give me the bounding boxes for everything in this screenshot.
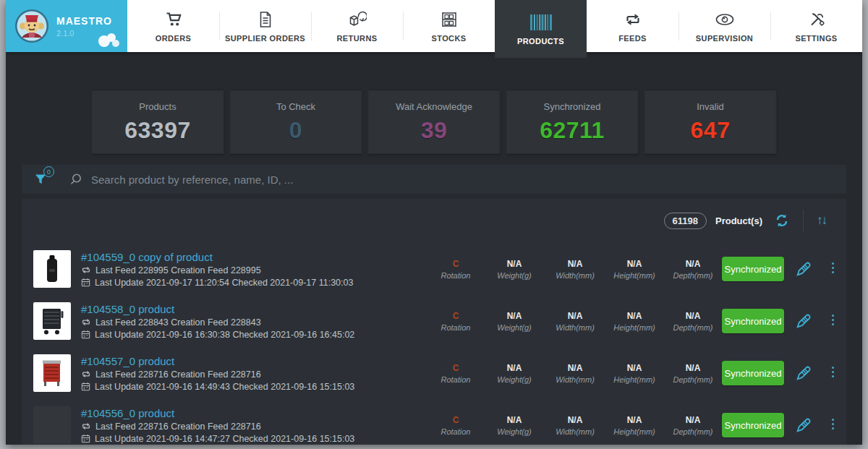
- list-header: 61198 Product(s) ↑↓: [664, 208, 836, 234]
- product-title-link[interactable]: #104559_0 copy of product: [81, 251, 353, 263]
- metric-rotation: C Rotation: [427, 363, 485, 384]
- stat-label: Synchronized: [544, 101, 601, 112]
- product-row: #104559_0 copy of product Last Feed 2289…: [22, 243, 846, 295]
- feed-text: Last Feed 228995 Creation Feed 228995: [95, 265, 261, 275]
- metric-label: Weight(g): [485, 427, 543, 436]
- feed-text: Last Feed 228716 Creation Feed 228716: [95, 369, 261, 380]
- stat-card-wait-acknowledge[interactable]: Wait Acknowledge 39: [368, 90, 501, 154]
- metric-label: Height(mm): [605, 323, 663, 332]
- tab-orders[interactable]: ORDERS: [127, 0, 219, 52]
- metric-label: Rotation: [427, 375, 485, 384]
- feed-repeat-icon: [81, 265, 91, 275]
- metric-value: N/A: [605, 259, 663, 269]
- stat-card-to-check[interactable]: To Check 0: [230, 90, 362, 154]
- tab-feeds[interactable]: FEEDS: [587, 0, 678, 52]
- feed-repeat-icon: [81, 317, 91, 327]
- update-line: Last Update 2021-09-16 14:47:27 Checked …: [81, 434, 354, 444]
- return-box-icon: [348, 10, 367, 29]
- metric-depth: N/A Depth(mm): [664, 415, 722, 436]
- toolbar: 0: [22, 165, 846, 194]
- search-input[interactable]: [91, 174, 836, 186]
- edit-pencil-icon[interactable]: [794, 364, 812, 382]
- feed-repeat-icon: [81, 369, 91, 379]
- feed-repeat-icon: [81, 422, 91, 431]
- status-button[interactable]: Synchronized: [722, 361, 784, 385]
- edit-pencil-icon[interactable]: [794, 312, 812, 330]
- metric-width: N/A Width(mm): [546, 363, 604, 384]
- product-info: #104558_0 product Last Feed 228843 Creat…: [81, 303, 354, 340]
- metric-label: Width(mm): [546, 271, 604, 280]
- update-text: Last Update 2021-09-16 14:47:27 Checked …: [95, 434, 354, 444]
- update-text: Last Update 2021-09-16 14:49:43 Checked …: [95, 382, 354, 392]
- tab-stocks[interactable]: STOCKS: [403, 0, 495, 52]
- edit-pencil-icon[interactable]: [794, 260, 812, 278]
- feed-line: Last Feed 228995 Creation Feed 228995: [81, 265, 353, 275]
- metric-rotation: C Rotation: [427, 415, 485, 436]
- metric-width: N/A Width(mm): [546, 415, 604, 436]
- stat-card-invalid[interactable]: Invalid 647: [644, 90, 777, 154]
- tab-label: RETURNS: [337, 34, 378, 43]
- tab-products[interactable]: PRODUCTS: [495, 0, 587, 58]
- stat-card-synchronized[interactable]: Synchronized 62711: [506, 90, 639, 154]
- tab-label: SUPPLIER ORDERS: [225, 34, 305, 43]
- metric-label: Rotation: [427, 427, 485, 436]
- status-button[interactable]: Synchronized: [722, 413, 784, 437]
- metric-weight: N/A Weight(g): [485, 415, 543, 436]
- metric-label: Height(mm): [605, 271, 663, 280]
- metric-depth: N/A Depth(mm): [664, 259, 722, 280]
- product-list: #104559_0 copy of product Last Feed 2289…: [22, 243, 846, 445]
- tab-returns[interactable]: RETURNS: [311, 0, 403, 52]
- document-icon: [258, 10, 273, 29]
- metric-value: N/A: [546, 415, 604, 425]
- metric-label: Depth(mm): [664, 375, 722, 384]
- feed-line: Last Feed 228716 Creation Feed 228716: [81, 422, 354, 432]
- tab-settings[interactable]: SETTINGS: [770, 0, 862, 52]
- metric-label: Weight(g): [485, 271, 543, 280]
- update-text: Last Update 2021-09-17 11:20:54 Checked …: [95, 278, 353, 288]
- metric-value: N/A: [485, 259, 543, 269]
- barcode-icon: [529, 13, 553, 32]
- update-line: Last Update 2021-09-16 16:30:38 Checked …: [81, 330, 354, 340]
- metric-rotation: C Rotation: [427, 259, 485, 280]
- tab-label: FEEDS: [618, 34, 647, 43]
- product-count-label: Product(s): [715, 215, 762, 226]
- refresh-button[interactable]: [774, 213, 790, 228]
- app-frame: MAESTRO 2.1.0 ORDERS: [6, 0, 862, 445]
- edit-pencil-icon[interactable]: [794, 416, 812, 435]
- metric-value: C: [427, 311, 485, 321]
- product-title-link[interactable]: #104556_0 product: [81, 407, 354, 419]
- header-divider: [803, 210, 804, 231]
- status-button[interactable]: Synchronized: [722, 309, 784, 333]
- kebab-menu-icon[interactable]: [827, 417, 838, 431]
- metric-height: N/A Height(mm): [605, 311, 663, 332]
- tab-supervision[interactable]: SUPERVISION: [678, 0, 770, 52]
- kebab-menu-icon[interactable]: [827, 365, 838, 379]
- stat-value: 62711: [540, 117, 605, 144]
- metric-label: Width(mm): [546, 427, 604, 436]
- kebab-menu-icon[interactable]: [827, 261, 838, 275]
- metric-label: Width(mm): [546, 323, 604, 332]
- metric-value: N/A: [485, 363, 543, 373]
- metric-label: Height(mm): [605, 375, 663, 384]
- stat-card-products[interactable]: Products 63397: [92, 90, 224, 154]
- metric-label: Depth(mm): [664, 271, 722, 280]
- product-title-link[interactable]: #104558_0 product: [81, 303, 354, 315]
- sort-button[interactable]: ↑↓: [817, 213, 836, 228]
- filter-button[interactable]: 0: [22, 165, 59, 194]
- tools-icon: [808, 10, 825, 29]
- calendar-icon: [81, 382, 90, 391]
- feed-line: Last Feed 228716 Creation Feed 228716: [81, 369, 354, 380]
- metric-weight: N/A Weight(g): [485, 259, 543, 280]
- product-title-link[interactable]: #104557_0 product: [81, 355, 354, 367]
- metric-height: N/A Height(mm): [605, 415, 663, 436]
- stat-label: To Check: [276, 101, 315, 112]
- tab-supplier-orders[interactable]: SUPPLIER ORDERS: [219, 0, 311, 52]
- metric-width: N/A Width(mm): [546, 311, 604, 332]
- swoosh-decoration: [94, 29, 124, 51]
- kebab-menu-icon[interactable]: [827, 313, 838, 327]
- status-button[interactable]: Synchronized: [722, 257, 784, 281]
- tab-label: ORDERS: [156, 34, 191, 43]
- logo-block[interactable]: MAESTRO 2.1.0: [6, 0, 127, 52]
- stat-value: 0: [289, 117, 302, 144]
- metric-rotation: C Rotation: [427, 311, 485, 332]
